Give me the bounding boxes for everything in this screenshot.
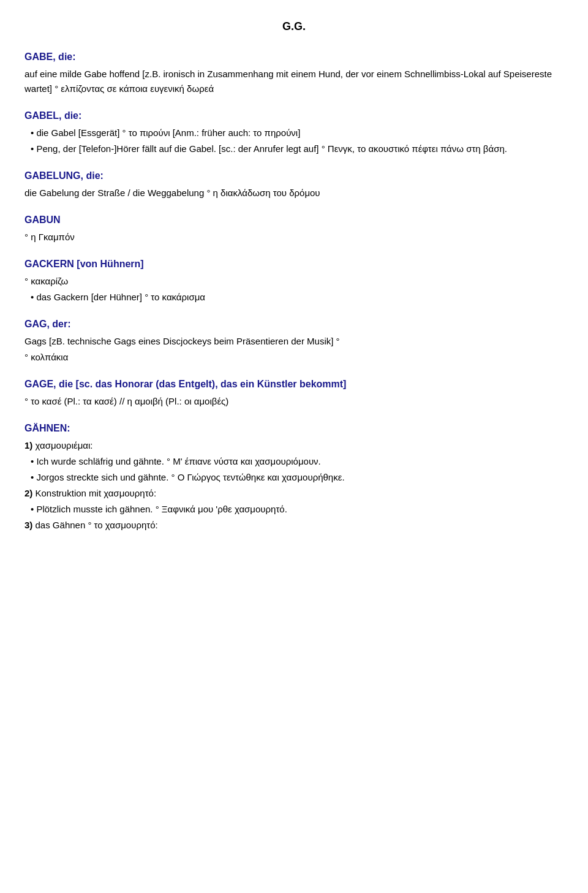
entry-line: Ich wurde schläfrig und gähnte. ° Μ' έπι… (31, 454, 564, 469)
page-header: G.G. (24, 18, 564, 35)
entry-body: Gags [zB. technische Gags eines Discjock… (24, 334, 564, 365)
dictionary-entry-gag: GAG, der:Gags [zB. technische Gags eines… (24, 317, 564, 365)
entry-line: ° το κασέ (Pl.: τα κασέ) // η αμοιβή (Pl… (24, 394, 564, 409)
entry-title: GACKERN [von Hühnern] (24, 257, 564, 272)
entry-body: die Gabelung der Straße / die Weggabelun… (24, 186, 564, 200)
entry-line: das Gackern [der Hühner] ° το κακάρισμα (31, 290, 564, 305)
entry-title: GAG, der: (24, 317, 564, 332)
entry-title: GAGE, die [sc. das Honorar (das Entgelt)… (24, 377, 564, 392)
dictionary-entry-gabun: GABUN° η Γκαμπόν (24, 213, 564, 245)
dictionary-entry-gabelung: GABELUNG, die:die Gabelung der Straße / … (24, 169, 564, 200)
entry-line: Plötzlich musste ich gähnen. ° Ξαφνικά μ… (31, 502, 564, 517)
entry-line: 1) χασμουριέμαι: (24, 438, 564, 453)
entry-line: ° η Γκαμπόν (24, 230, 564, 245)
entry-line: ° κακαρίζω (24, 274, 564, 289)
entry-title: GABE, die: (24, 50, 564, 64)
dictionary-entry-gabe: GABE, die:auf eine milde Gabe hoffend [z… (24, 50, 564, 96)
dictionary-entry-gackern: GACKERN [von Hühnern]° κακαρίζωdas Gacke… (24, 257, 564, 305)
entry-title: GÄHNEN: (24, 421, 564, 436)
entry-line: auf eine milde Gabe hoffend [z.B. ironis… (24, 67, 564, 96)
entry-line: 2) Konstruktion mit χασμουρητό: (24, 486, 564, 501)
entry-body: ° η Γκαμπόν (24, 230, 564, 245)
entry-body: die Gabel [Essgerät] ° το πιρούνι [Anm.:… (24, 126, 564, 156)
entry-line: Gags [zB. technische Gags eines Discjock… (24, 334, 564, 349)
entry-line: 3) das Gähnen ° το χασμουρητό: (24, 518, 564, 533)
entry-body: ° το κασέ (Pl.: τα κασέ) // η αμοιβή (Pl… (24, 394, 564, 409)
entry-body: ° κακαρίζωdas Gackern [der Hühner] ° το … (24, 274, 564, 305)
dictionary-entries: GABE, die:auf eine milde Gabe hoffend [z… (24, 50, 564, 533)
entry-line: Jorgos streckte sich und gähnte. ° Ο Γιώ… (31, 470, 564, 485)
entry-line: ° κολπάκια (24, 350, 564, 365)
dictionary-entry-gage: GAGE, die [sc. das Honorar (das Entgelt)… (24, 377, 564, 409)
entry-title: GABUN (24, 213, 564, 227)
dictionary-entry-gahnen: GÄHNEN:1) χασμουριέμαι:Ich wurde schläfr… (24, 421, 564, 533)
entry-body: auf eine milde Gabe hoffend [z.B. ironis… (24, 67, 564, 96)
entry-line: die Gabelung der Straße / die Weggabelun… (24, 186, 564, 200)
entry-body: 1) χασμουριέμαι:Ich wurde schläfrig und … (24, 438, 564, 533)
dictionary-entry-gabel: GABEL, die:die Gabel [Essgerät] ° το πιρ… (24, 108, 564, 156)
entry-title: GABEL, die: (24, 108, 564, 123)
entry-line: die Gabel [Essgerät] ° το πιρούνι [Anm.:… (31, 126, 564, 140)
entry-line: Peng, der [Telefon-]Hörer fällt auf die … (31, 142, 564, 156)
entry-title: GABELUNG, die: (24, 169, 564, 183)
